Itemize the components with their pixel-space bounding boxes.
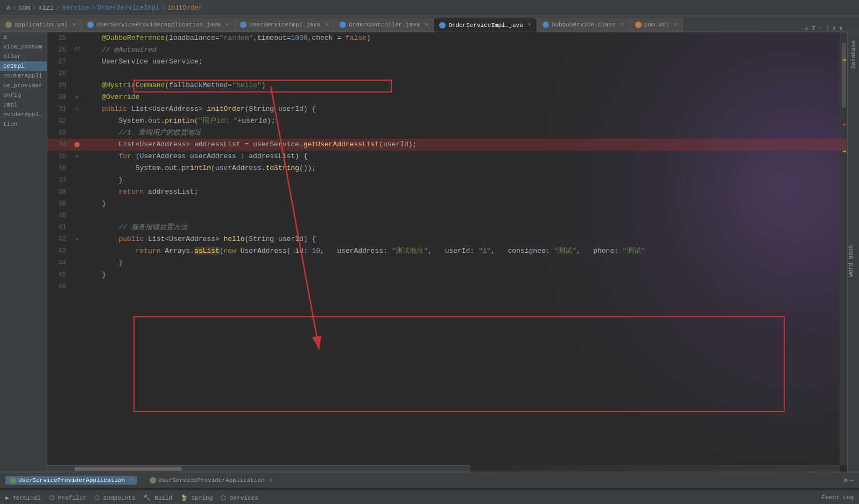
run-tab-label: UserServiceProviderApplication: [18, 477, 125, 484]
tab-close[interactable]: ×: [425, 22, 428, 28]
code-line-45: 45 }: [47, 269, 847, 281]
code-content: UserService userService;: [82, 56, 847, 68]
tab-orderservice-impl[interactable]: OrderServiceImpl.java ×: [434, 18, 537, 32]
line-number: 33: [47, 127, 72, 139]
line-number: 44: [47, 257, 72, 269]
line-gutter: [72, 281, 82, 293]
breadcrumb-part[interactable]: xizi: [38, 4, 54, 12]
run-tab-close[interactable]: ×: [129, 477, 133, 484]
tab-close[interactable]: ×: [528, 22, 531, 28]
tab-dubbo-service[interactable]: DubboService.class ×: [537, 18, 630, 32]
code-line-26: 26 // // @Autowired: [47, 44, 847, 56]
line-number: 39: [47, 198, 72, 210]
breadcrumb-method[interactable]: initOrder: [167, 4, 202, 12]
line-number: 28: [47, 68, 72, 80]
build-tab[interactable]: 🔨 Build: [143, 494, 172, 501]
line-number: 26: [47, 44, 72, 56]
sidebar-item-oller[interactable]: oller: [0, 52, 47, 61]
line-number: 25: [47, 32, 72, 44]
event-log-tab[interactable]: Event Log: [822, 494, 854, 501]
sidebar-item-a[interactable]: a: [0, 32, 47, 42]
breadcrumb: a > com > xizi > service > OrderServiceI…: [0, 0, 859, 16]
sidebar-item-onfig[interactable]: onfig: [0, 90, 47, 100]
code-line-30: 30 ◇ @Override: [47, 91, 847, 103]
code-line-35: 35 ◇ for (UserAddress userAddress : addr…: [47, 151, 847, 162]
breadcrumb-part[interactable]: service: [62, 4, 89, 12]
services-tab[interactable]: ⬡ Services: [221, 494, 258, 501]
sidebar-item-ce-provider[interactable]: ce_provider: [0, 81, 47, 90]
tab-userservice-impl[interactable]: UserServiceImpl.java ×: [235, 18, 334, 32]
terminal-tab[interactable]: ▶ Terminal: [5, 494, 41, 501]
line-number: 31: [47, 103, 72, 115]
sidebar-item-oviderApplic[interactable]: oviderApplic: [0, 110, 47, 119]
code-line-38: 38 return addressList;: [47, 186, 847, 198]
code-line-29: 29 @HystrixCommand(fallbackMethod="hello…: [47, 80, 847, 91]
code-content: }: [82, 257, 847, 269]
line-gutter: [72, 174, 82, 186]
minimize-icon[interactable]: —: [850, 477, 854, 484]
breadcrumb-part[interactable]: a: [6, 4, 10, 12]
line-gutter: [72, 198, 82, 210]
tab-label: pom.xml: [644, 22, 669, 28]
tab-close[interactable]: ×: [325, 22, 328, 28]
sidebar-item-nsumerAppli[interactable]: nsumerAppli: [0, 71, 47, 81]
settings-icon[interactable]: ⚙: [844, 477, 848, 484]
code-line-39: 39 }: [47, 198, 847, 210]
line-number: 35: [47, 151, 72, 162]
run-tab-2[interactable]: UserServiceProviderApplication ×: [145, 476, 277, 485]
tab-application-yml[interactable]: application.yml ×: [0, 18, 82, 32]
tab-userservice-provider[interactable]: UserServiceProviderApplication.java ×: [82, 18, 235, 32]
run-tab-1[interactable]: UserServiceProviderApplication ×: [5, 476, 137, 485]
profiler-tab[interactable]: ⬡ Profiler: [49, 494, 86, 501]
line-number: 36: [47, 162, 72, 174]
breadcrumb-part[interactable]: OrderServiceImpl: [97, 4, 159, 12]
sidebar-item-Impl[interactable]: Impl: [0, 100, 47, 110]
code-content: // @Autowired: [82, 44, 847, 56]
code-area[interactable]: 25 @DubboReference(loadbalance="random",…: [47, 32, 847, 472]
tab-icon: [543, 22, 549, 28]
tab-close[interactable]: ×: [73, 22, 76, 28]
tab-icon: [340, 22, 346, 28]
tab-icon: [240, 22, 247, 28]
tab-close[interactable]: ×: [674, 22, 677, 28]
code-line-31: 31 ↑ public List<UserAddress> initOrder(…: [47, 103, 847, 115]
code-line-27: 27 UserService userService;: [47, 56, 847, 68]
run-tab-close-2[interactable]: ×: [269, 477, 273, 484]
line-gutter: [72, 68, 82, 80]
sidebar-item-ceImpl[interactable]: ceImpl: [0, 61, 47, 71]
code-editor[interactable]: 25 @DubboReference(loadbalance="random",…: [47, 32, 847, 472]
breadcrumb-sep: >: [161, 4, 165, 12]
tab-close[interactable]: ×: [621, 22, 624, 28]
code-content: }: [82, 269, 847, 281]
tab-label: DubboService.class: [552, 22, 616, 28]
database-panel-label[interactable]: Database: [850, 32, 857, 77]
code-content: public List<UserAddress> initOrder(Strin…: [82, 103, 847, 115]
line-gutter: [72, 269, 82, 281]
code-line-28: 28: [47, 68, 847, 80]
line-gutter: [72, 80, 82, 91]
warning-badge[interactable]: ⚠ 7: [805, 25, 815, 32]
breadcrumb-sep: >: [56, 4, 60, 12]
endpoints-tab[interactable]: ⬡ Endpoints: [94, 494, 135, 501]
tab-close[interactable]: ×: [226, 22, 229, 28]
breakpoint[interactable]: [74, 142, 80, 147]
sidebar-item-vice-consum[interactable]: vice_consum: [0, 42, 47, 52]
line-number: 37: [47, 174, 72, 186]
spring-tab[interactable]: 🍃 Spring: [180, 494, 213, 501]
sidebar-item-tion[interactable]: tion: [0, 119, 47, 129]
nav-up[interactable]: ∧: [833, 25, 836, 32]
breadcrumb-part[interactable]: com: [18, 4, 30, 12]
code-content: @DubboReference(loadbalance="random",tim…: [82, 32, 847, 44]
line-gutter: [72, 115, 82, 127]
line-gutter: ◇: [72, 91, 82, 103]
ok-badge: ✓ 2: [819, 25, 829, 32]
tab-pom-xml[interactable]: pom.xml ×: [630, 18, 683, 32]
tab-bar: application.yml × UserServiceProviderApp…: [0, 16, 859, 32]
nav-down[interactable]: ∨: [839, 25, 843, 32]
line-number: 43: [47, 245, 72, 257]
tab-order-controller[interactable]: OrderController.java ×: [334, 18, 434, 32]
line-number: 45: [47, 269, 72, 281]
word-book-label[interactable]: Word Book: [848, 245, 854, 276]
code-line-46: 46: [47, 281, 847, 293]
line-number: 27: [47, 56, 72, 68]
